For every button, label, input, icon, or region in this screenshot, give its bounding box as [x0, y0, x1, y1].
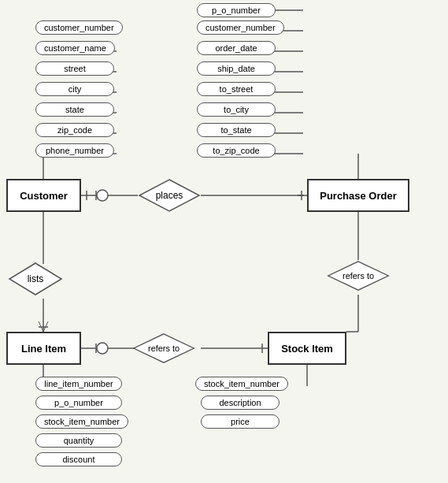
attr-description: description — [201, 396, 280, 410]
attr-po-customer-number: customer_number — [197, 20, 284, 35]
attr-quantity: quantity — [35, 433, 122, 448]
si-label: Stock Item — [281, 343, 333, 355]
attr-to-street: to_street — [197, 82, 276, 96]
svg-text:refers to: refers to — [148, 344, 180, 353]
attr-customer-number: customer_number — [35, 20, 123, 35]
refers-to-li-diamond: refers to — [132, 331, 195, 366]
er-diagram: Customer Purchase Order Line Item Stock … — [0, 0, 448, 483]
attr-li-po-number: p_o_number — [35, 396, 122, 410]
attr-price: price — [201, 414, 280, 429]
svg-text:lists: lists — [28, 273, 44, 284]
attr-street: street — [35, 61, 114, 76]
attr-ship-date: ship_date — [197, 61, 276, 76]
line-item-entity: Line Item — [6, 332, 81, 365]
lists-diamond: lists — [4, 262, 67, 296]
svg-line-25 — [39, 321, 43, 332]
customer-label: Customer — [20, 190, 68, 202]
attr-order-date: order_date — [197, 41, 276, 55]
svg-line-26 — [43, 321, 48, 332]
li-label: Line Item — [21, 343, 66, 355]
attr-state: state — [35, 102, 114, 117]
svg-point-45 — [97, 343, 108, 354]
places-diamond: places — [138, 178, 201, 213]
purchase-order-entity: Purchase Order — [307, 179, 409, 212]
attr-to-zip-code: to_zip_code — [197, 143, 276, 158]
attr-li-number: line_item_number — [35, 377, 122, 391]
svg-text:refers to: refers to — [342, 271, 374, 281]
attr-to-city: to_city — [197, 102, 276, 117]
po-label: Purchase Order — [320, 190, 397, 202]
attr-discount: discount — [35, 452, 122, 466]
attr-zip-code: zip_code — [35, 123, 114, 137]
refers-to-po-diamond: refers to — [327, 258, 390, 293]
svg-text:places: places — [156, 190, 183, 201]
svg-point-43 — [97, 190, 108, 201]
stock-item-entity: Stock Item — [268, 332, 346, 365]
attr-po-number: p_o_number — [197, 3, 276, 17]
attr-city: city — [35, 82, 114, 96]
attr-customer-name: customer_name — [35, 41, 115, 55]
attr-si-number: stock_item_number — [195, 377, 288, 391]
attr-li-stock-number: stock_item_number — [35, 414, 128, 429]
customer-entity: Customer — [6, 179, 81, 212]
attr-phone-number: phone_number — [35, 143, 114, 158]
attr-to-state: to_state — [197, 123, 276, 137]
